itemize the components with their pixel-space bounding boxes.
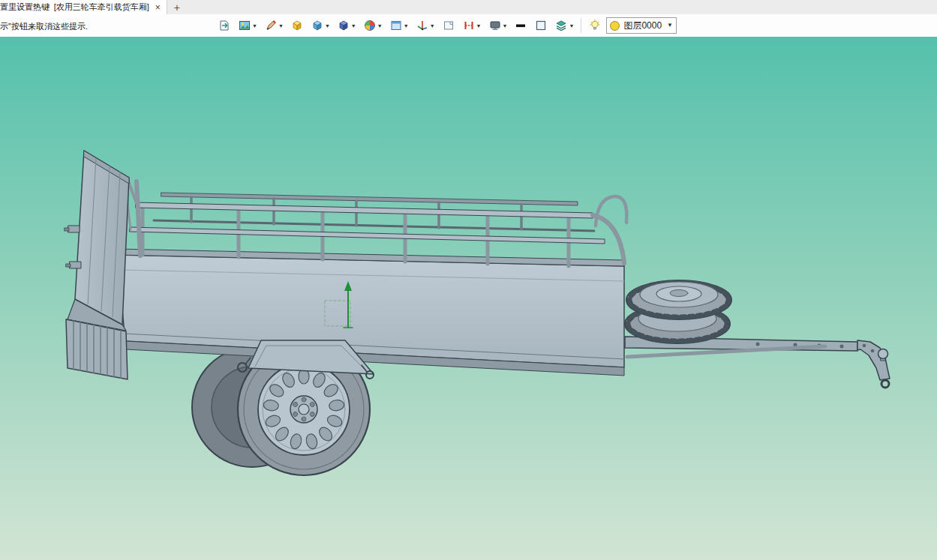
assembly-caret-icon[interactable]: ▼ (351, 23, 356, 28)
tab-bar: 载货车厢.Z3 - [农用三轮车牵引载货车厢] × + (0, 0, 937, 15)
brush-caret-icon[interactable]: ▼ (278, 23, 284, 28)
new-tab-button[interactable]: + (167, 0, 187, 14)
display-mode-button[interactable]: ▼ (486, 17, 510, 34)
tailgate-panel (65, 151, 129, 331)
extrude-button[interactable] (288, 17, 306, 34)
assembly-cube-icon (337, 19, 350, 32)
color-wheel-button[interactable]: ▼ (361, 17, 385, 34)
3d-viewport[interactable] (0, 37, 937, 560)
cargo-box (117, 249, 624, 376)
toolbar-separator (581, 18, 581, 33)
tab-close-icon[interactable]: × (155, 3, 161, 12)
tow-ball (878, 349, 888, 359)
render-button[interactable]: ▼ (236, 17, 260, 34)
layer-select[interactable]: 图层0000 ▼ (606, 17, 677, 34)
render-icon (238, 19, 251, 32)
shape-box-icon (311, 19, 324, 32)
hint-text-line2: 示"按钮来取消这些提示. (0, 21, 90, 32)
csys-button[interactable]: ▼ (413, 17, 437, 34)
color-wheel-caret-icon[interactable]: ▼ (377, 23, 383, 28)
hint-text-line1: 置里设置热键 (0, 1, 52, 13)
spare-tires (625, 280, 731, 343)
brush-button[interactable]: ▼ (262, 17, 286, 34)
window-caret-icon[interactable]: ▼ (404, 23, 409, 28)
blank-plane-button[interactable] (532, 17, 550, 34)
layers-icon (554, 19, 568, 32)
layer-select-value: 图层0000 (623, 19, 662, 32)
extrude-box-icon (290, 19, 304, 32)
color-wheel-icon (363, 19, 377, 32)
section-button[interactable]: ▼ (460, 17, 484, 34)
layers-caret-icon[interactable]: ▼ (569, 23, 574, 28)
layer-color-swatch (610, 21, 620, 31)
layer-select-caret-icon[interactable]: ▼ (667, 22, 673, 28)
datum-plane-button[interactable] (440, 17, 458, 34)
window-icon (389, 19, 403, 32)
line-width-button[interactable] (512, 17, 530, 34)
section-icon (462, 19, 476, 32)
layer-visibility-button[interactable] (586, 17, 604, 34)
section-caret-icon[interactable]: ▼ (476, 23, 482, 28)
import-icon (218, 19, 231, 32)
display-mode-icon (488, 19, 502, 32)
line-width-icon (514, 19, 527, 32)
csys-axes-icon (416, 19, 429, 32)
trailer-model (65, 151, 890, 475)
csys-caret-icon[interactable]: ▼ (430, 23, 435, 28)
toolbar-band: 置里设置热键 示"按钮来取消这些提示. ▼ ▼ (0, 14, 937, 37)
bulb-icon (588, 19, 602, 32)
safety-hook (881, 380, 889, 388)
display-mode-caret-icon[interactable]: ▼ (503, 23, 508, 28)
layers-button[interactable]: ▼ (552, 17, 576, 34)
render-caret-icon[interactable]: ▼ (252, 23, 257, 28)
blank-plane-icon (534, 19, 548, 32)
brush-icon (264, 19, 278, 32)
shape-button[interactable]: ▼ (308, 17, 332, 34)
assembly-button[interactable]: ▼ (335, 17, 359, 34)
trailer-model-canvas (0, 37, 937, 560)
view-toolbar: ▼ ▼ ▼ (215, 16, 677, 35)
datum-plane-icon (442, 19, 455, 32)
shape-caret-icon[interactable]: ▼ (325, 23, 330, 28)
import-button[interactable] (215, 17, 233, 34)
window-button[interactable]: ▼ (387, 17, 411, 34)
